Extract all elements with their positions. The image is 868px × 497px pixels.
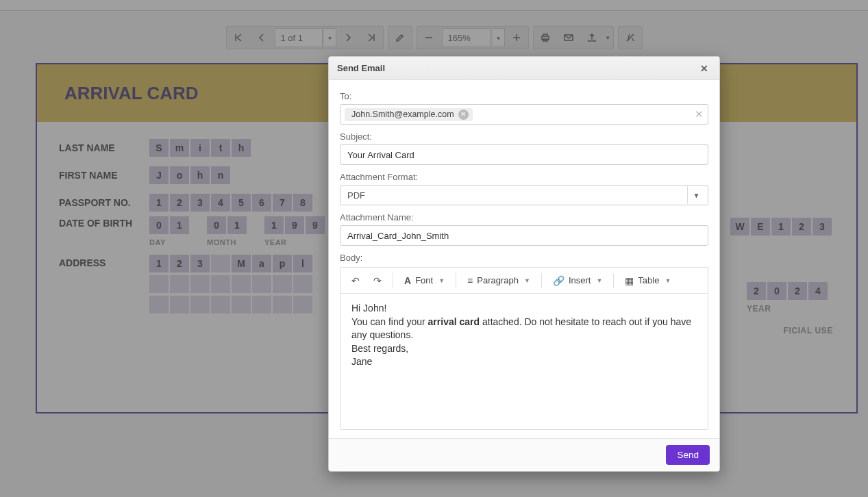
paragraph-dropdown[interactable]: ≡ Paragraph▼ [462,271,536,290]
label-subject: Subject: [340,131,708,142]
recipient-chip: John.Smith@example.com ✕ [345,108,473,121]
label-attachment-name: Attachment Name: [340,212,708,222]
editor-body[interactable]: Hi John! You can find your arrival card … [340,293,708,430]
undo-icon: ↶ [351,275,360,286]
body-line-4: Jane [351,355,697,369]
label-to: To: [340,91,708,101]
paragraph-icon: ≡ [467,275,473,286]
font-dropdown[interactable]: A Font▼ [399,271,450,290]
attachment-format-select[interactable]: PDF ▼ [340,185,708,205]
subject-input[interactable] [340,144,708,165]
insert-dropdown[interactable]: 🔗 Insert▼ [547,271,608,290]
font-icon: A [404,275,411,286]
report-viewer-background: 1 of 1 ▾ 165% ▾ [0,0,868,497]
send-email-dialog: Send Email ✕ To: John.Smith@example.com … [328,56,720,472]
dialog-body: To: John.Smith@example.com ✕ ✕ Subject: … [329,80,719,431]
undo-button[interactable]: ↶ [346,271,365,290]
remove-recipient-icon[interactable]: ✕ [458,110,469,120]
recipient-email: John.Smith@example.com [351,110,454,119]
table-icon: ▦ [625,275,634,286]
dialog-close-button[interactable]: ✕ [697,62,711,75]
label-format: Attachment Format: [340,172,708,182]
redo-icon: ↷ [373,275,382,286]
attachment-format-value: PDF [347,190,365,201]
attachment-name-input[interactable] [340,225,708,246]
dialog-footer: Send [329,438,719,471]
dialog-title-text: Send Email [337,63,385,73]
table-dropdown[interactable]: ▦ Table▼ [619,271,676,290]
insert-icon: 🔗 [553,275,565,286]
body-line-3: Best regards, [351,342,697,356]
body-line-1: Hi John! [351,302,697,316]
editor-toolbar: ↶ ↷ A Font▼ ≡ Paragraph▼ 🔗 Insert▼ [340,267,708,293]
redo-button[interactable]: ↷ [368,271,387,290]
body-line-2: You can find your arrival card attached.… [351,316,697,342]
send-button[interactable]: Send [666,445,710,465]
clear-recipients-icon[interactable]: ✕ [695,108,704,120]
dialog-titlebar: Send Email ✕ [329,57,719,80]
to-field[interactable]: John.Smith@example.com ✕ ✕ [340,104,708,125]
chevron-down-icon: ▼ [687,186,705,204]
label-body: Body: [340,253,708,263]
